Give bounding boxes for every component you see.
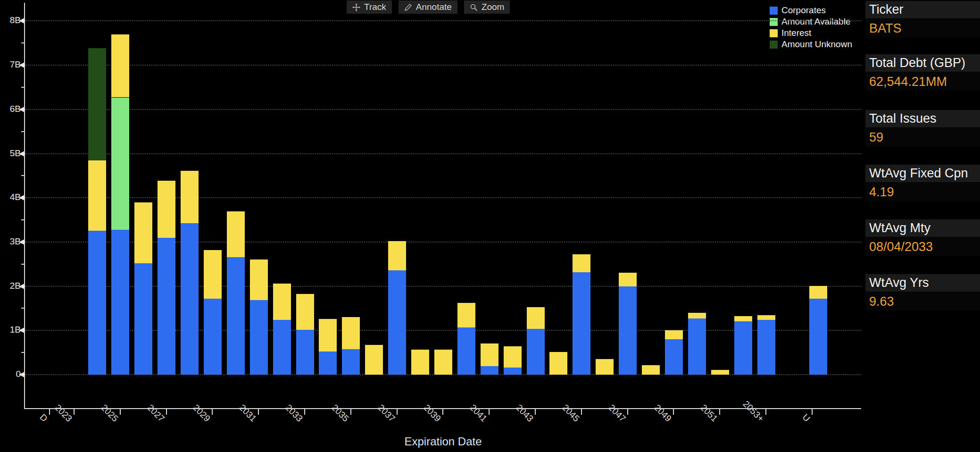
bar-segment-U-corporates[interactable]	[809, 299, 827, 375]
bar-segment-2037-corporates[interactable]	[388, 270, 406, 375]
bar-segment-2034-corporates[interactable]	[319, 352, 337, 375]
x-axis-tick	[74, 409, 75, 415]
zoom-button[interactable]: Zoom	[464, 0, 510, 14]
panel-value-wtavg-yrs: 9.63	[865, 292, 980, 311]
bar-segment-2052-interest[interactable]	[734, 316, 752, 321]
bar-segment-2031-interest[interactable]	[250, 259, 268, 300]
y-tick-label: 1B	[1, 325, 21, 335]
bar-segment-2040-interest[interactable]	[457, 303, 475, 327]
bar-segment-2027-interest[interactable]	[158, 181, 175, 238]
x-axis-tick	[258, 409, 259, 415]
legend-swatch	[770, 29, 778, 37]
x-axis-title: Expiration Date	[25, 435, 861, 448]
bar-segment-2045-corporates[interactable]	[573, 272, 590, 375]
x-axis-tick	[120, 409, 121, 415]
bar-segment-2024-corporates[interactable]	[88, 231, 106, 375]
x-axis-tick	[166, 409, 167, 415]
bar-segment-2027-corporates[interactable]	[158, 238, 175, 375]
bar-segment-2032-interest[interactable]	[273, 284, 291, 320]
bar-segment-2025-corporates[interactable]	[111, 230, 129, 375]
panel-label-ticker: Ticker	[865, 1, 980, 18]
bar-segment-U-interest[interactable]	[809, 286, 827, 299]
panel-value-wtavg-fixed-cpn: 4.19	[865, 183, 980, 201]
x-axis-tick	[627, 409, 628, 415]
bar-segment-2044-interest[interactable]	[549, 352, 567, 375]
panel-value-ticker: BATS	[865, 19, 980, 38]
x-axis-tick	[765, 409, 766, 415]
bar-segment-2029-interest[interactable]	[204, 250, 222, 299]
magnifier-icon	[470, 3, 478, 11]
bar-segment-2049-interest[interactable]	[665, 330, 683, 339]
x-axis-tick	[673, 409, 674, 415]
grid-line	[25, 20, 861, 21]
y-tick-label: 8B	[1, 15, 21, 25]
grid-line	[25, 197, 861, 198]
bar-segment-2042-interest[interactable]	[504, 346, 522, 368]
bar-segment-2026-interest[interactable]	[134, 202, 152, 263]
panel-value-wtavg-mty: 08/04/2033	[865, 237, 980, 256]
grid-line	[25, 65, 861, 66]
panel-value-total-debt: 62,544.21MM	[865, 72, 980, 91]
track-button[interactable]: Track	[347, 0, 392, 14]
y-tick-label: 4B	[1, 192, 21, 202]
bar-segment-2030-corporates[interactable]	[227, 257, 245, 375]
bar-segment-2028-corporates[interactable]	[181, 223, 199, 375]
annotate-button-label: Annotate	[416, 1, 452, 13]
plot-area: Track Annotate Zoom	[0, 0, 863, 452]
y-axis-line	[24, 3, 25, 409]
x-axis-tick	[812, 409, 813, 415]
bar-segment-2031-corporates[interactable]	[250, 300, 268, 375]
bar-segment-2038-interest[interactable]	[411, 350, 429, 375]
panel-label-total-debt: Total Debt (GBP)	[865, 54, 980, 72]
pencil-icon	[404, 3, 412, 11]
bar-segment-2024-amount-unknown[interactable]	[88, 48, 106, 160]
y-tick-label: 7B	[1, 59, 21, 70]
y-tick-label: 6B	[1, 104, 21, 114]
legend-item-amount-available[interactable]: Amount Available	[770, 16, 852, 27]
crosshair-icon	[352, 3, 360, 11]
bar-segment-2025-amount-available[interactable]	[111, 98, 129, 230]
legend: CorporatesAmount AvailableInterestAmount…	[769, 4, 854, 51]
legend-swatch	[770, 41, 778, 49]
bar-segment-2035-interest[interactable]	[342, 317, 360, 349]
zoom-button-label: Zoom	[482, 1, 505, 13]
x-axis-tick	[304, 409, 305, 415]
bar-segment-2041-interest[interactable]	[481, 343, 498, 366]
bar-segment-2034-interest[interactable]	[319, 319, 337, 352]
legend-label: Amount Unknown	[781, 39, 852, 50]
bar-segment-2045-interest[interactable]	[573, 254, 590, 272]
bar-segment-2033-interest[interactable]	[296, 294, 314, 330]
bar-segment-2025-interest[interactable]	[111, 34, 129, 98]
panel-label-wtavg-mty: WtAvg Mty	[865, 219, 980, 237]
x-axis-tick	[535, 409, 536, 415]
bar-segment-2026-corporates[interactable]	[134, 263, 152, 375]
chart-toolbar: Track Annotate Zoom	[347, 0, 510, 14]
bar-segment-2028-interest[interactable]	[181, 171, 199, 223]
bar-segment-2036-interest[interactable]	[365, 345, 383, 375]
panel-value-total-issues: 59	[865, 128, 980, 147]
grid-line	[25, 153, 861, 154]
x-axis-tick	[49, 409, 50, 415]
bar-segment-2050-interest[interactable]	[688, 313, 706, 318]
x-axis-tick	[442, 409, 443, 415]
bar-segment-2047-corporates[interactable]	[619, 286, 637, 375]
bar-segment-2043-interest[interactable]	[527, 307, 545, 329]
legend-item-interest[interactable]: Interest	[770, 27, 852, 39]
bar-segment-2047-interest[interactable]	[619, 273, 637, 286]
bar-segment-2030-interest[interactable]	[227, 211, 245, 257]
bar-segment-2029-corporates[interactable]	[204, 299, 222, 375]
x-axis-tick	[212, 409, 213, 415]
x-axis-tick	[489, 409, 490, 415]
bar-segment-2053+-interest[interactable]	[757, 315, 775, 320]
legend-label: Interest	[781, 28, 811, 38]
bar-segment-2024-interest[interactable]	[88, 160, 106, 231]
grid-line	[25, 109, 861, 110]
annotate-button[interactable]: Annotate	[399, 0, 457, 14]
legend-item-corporates[interactable]: Corporates	[770, 5, 852, 16]
legend-item-amount-unknown[interactable]: Amount Unknown	[770, 39, 852, 50]
legend-swatch	[770, 18, 778, 26]
legend-label: Corporates	[781, 5, 826, 16]
bar-segment-2037-interest[interactable]	[388, 241, 406, 270]
y-tick-label: 2B	[1, 281, 21, 291]
x-axis-tick	[581, 409, 582, 415]
